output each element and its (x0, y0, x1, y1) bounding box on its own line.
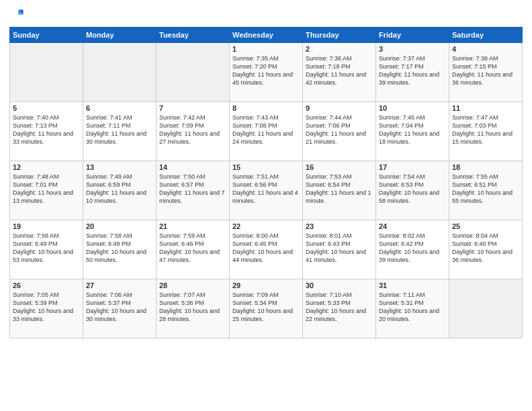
day-number: 3 (379, 45, 446, 53)
day-number: 30 (306, 281, 373, 289)
day-number: 2 (306, 45, 373, 53)
logo (9, 7, 26, 21)
cell-text: Sunrise: 7:54 AMSunset: 6:53 PMDaylight:… (379, 173, 446, 205)
calendar-cell (10, 43, 83, 102)
calendar-week-row: 5Sunrise: 7:40 AMSunset: 7:13 PMDaylight… (10, 102, 523, 161)
day-number: 22 (232, 222, 300, 230)
calendar-cell: 31Sunrise: 7:11 AMSunset: 5:31 PMDayligh… (376, 279, 449, 338)
header (9, 7, 523, 21)
calendar-cell: 6Sunrise: 7:41 AMSunset: 7:11 PMDaylight… (83, 102, 157, 161)
calendar-week-row: 26Sunrise: 7:05 AMSunset: 5:39 PMDayligh… (10, 279, 523, 338)
day-number: 13 (86, 163, 153, 171)
cell-text: Sunrise: 7:55 AMSunset: 6:51 PMDaylight:… (452, 173, 519, 205)
calendar-cell: 12Sunrise: 7:48 AMSunset: 7:01 PMDayligh… (10, 161, 83, 220)
day-number: 16 (306, 163, 373, 171)
day-number: 20 (86, 222, 153, 230)
day-number: 11 (452, 104, 519, 112)
day-header-thursday: Thursday (303, 28, 376, 43)
cell-text: Sunrise: 7:10 AMSunset: 5:33 PMDaylight:… (306, 291, 373, 324)
cell-text: Sunrise: 7:56 AMSunset: 6:49 PMDaylight:… (13, 232, 80, 265)
calendar-cell: 18Sunrise: 7:55 AMSunset: 6:51 PMDayligh… (449, 161, 523, 220)
calendar-cell: 8Sunrise: 7:43 AMSunset: 7:08 PMDaylight… (230, 102, 303, 161)
calendar-cell: 3Sunrise: 7:37 AMSunset: 7:17 PMDaylight… (376, 43, 449, 102)
calendar-cell: 20Sunrise: 7:58 AMSunset: 6:48 PMDayligh… (83, 220, 157, 279)
calendar-week-row: 19Sunrise: 7:56 AMSunset: 6:49 PMDayligh… (10, 220, 523, 279)
calendar-cell: 17Sunrise: 7:54 AMSunset: 6:53 PMDayligh… (376, 161, 449, 220)
calendar-cell: 22Sunrise: 8:00 AMSunset: 6:45 PMDayligh… (230, 220, 303, 279)
cell-text: Sunrise: 7:44 AMSunset: 7:06 PMDaylight:… (306, 113, 373, 146)
calendar-cell: 30Sunrise: 7:10 AMSunset: 5:33 PMDayligh… (303, 279, 376, 338)
calendar-cell: 9Sunrise: 7:44 AMSunset: 7:06 PMDaylight… (303, 102, 376, 161)
cell-text: Sunrise: 8:02 AMSunset: 6:42 PMDaylight:… (379, 232, 446, 265)
calendar-cell (157, 43, 230, 102)
day-number: 4 (452, 45, 519, 53)
day-number: 12 (13, 163, 80, 171)
calendar-cell: 23Sunrise: 8:01 AMSunset: 6:43 PMDayligh… (303, 220, 376, 279)
day-header-tuesday: Tuesday (157, 28, 230, 43)
calendar-cell: 10Sunrise: 7:45 AMSunset: 7:04 PMDayligh… (376, 102, 449, 161)
day-number: 8 (232, 104, 300, 112)
cell-text: Sunrise: 7:45 AMSunset: 7:04 PMDaylight:… (379, 113, 446, 146)
calendar-cell: 21Sunrise: 7:59 AMSunset: 6:46 PMDayligh… (157, 220, 230, 279)
cell-text: Sunrise: 7:06 AMSunset: 5:37 PMDaylight:… (86, 291, 153, 324)
calendar-cell: 1Sunrise: 7:35 AMSunset: 7:20 PMDaylight… (230, 43, 303, 102)
cell-text: Sunrise: 7:11 AMSunset: 5:31 PMDaylight:… (379, 291, 446, 324)
cell-text: Sunrise: 7:53 AMSunset: 6:54 PMDaylight:… (306, 173, 373, 205)
calendar-cell (83, 43, 157, 102)
calendar-cell: 11Sunrise: 7:47 AMSunset: 7:03 PMDayligh… (449, 102, 523, 161)
calendar-cell: 28Sunrise: 7:07 AMSunset: 5:36 PMDayligh… (157, 279, 230, 338)
calendar-week-row: 12Sunrise: 7:48 AMSunset: 7:01 PMDayligh… (10, 161, 523, 220)
calendar-cell: 26Sunrise: 7:05 AMSunset: 5:39 PMDayligh… (10, 279, 83, 338)
day-number: 29 (232, 281, 300, 289)
calendar-cell: 19Sunrise: 7:56 AMSunset: 6:49 PMDayligh… (10, 220, 83, 279)
day-number: 27 (86, 281, 153, 289)
calendar-cell: 29Sunrise: 7:09 AMSunset: 5:34 PMDayligh… (230, 279, 303, 338)
calendar-header-row: SundayMondayTuesdayWednesdayThursdayFrid… (10, 28, 523, 43)
cell-text: Sunrise: 7:37 AMSunset: 7:17 PMDaylight:… (379, 54, 446, 87)
cell-text: Sunrise: 7:41 AMSunset: 7:11 PMDaylight:… (86, 113, 153, 146)
cell-text: Sunrise: 7:51 AMSunset: 6:56 PMDaylight:… (232, 173, 300, 205)
day-header-sunday: Sunday (10, 28, 83, 43)
day-number: 5 (13, 104, 80, 112)
day-number: 24 (379, 222, 446, 230)
cell-text: Sunrise: 7:43 AMSunset: 7:08 PMDaylight:… (232, 113, 300, 146)
calendar-cell: 16Sunrise: 7:53 AMSunset: 6:54 PMDayligh… (303, 161, 376, 220)
calendar-cell: 13Sunrise: 7:49 AMSunset: 6:59 PMDayligh… (83, 161, 157, 220)
calendar-cell: 15Sunrise: 7:51 AMSunset: 6:56 PMDayligh… (230, 161, 303, 220)
day-number: 23 (306, 222, 373, 230)
day-number: 7 (159, 104, 226, 112)
day-number: 1 (232, 45, 300, 53)
cell-text: Sunrise: 7:59 AMSunset: 6:46 PMDaylight:… (159, 232, 226, 265)
cell-text: Sunrise: 7:50 AMSunset: 6:57 PMDaylight:… (159, 173, 226, 205)
cell-text: Sunrise: 7:36 AMSunset: 7:18 PMDaylight:… (306, 54, 373, 87)
calendar-cell (449, 279, 523, 338)
day-header-friday: Friday (376, 28, 449, 43)
day-number: 19 (13, 222, 80, 230)
calendar-cell: 25Sunrise: 8:04 AMSunset: 6:40 PMDayligh… (449, 220, 523, 279)
cell-text: Sunrise: 7:42 AMSunset: 7:09 PMDaylight:… (159, 113, 226, 146)
calendar-cell: 24Sunrise: 8:02 AMSunset: 6:42 PMDayligh… (376, 220, 449, 279)
calendar-cell: 14Sunrise: 7:50 AMSunset: 6:57 PMDayligh… (157, 161, 230, 220)
calendar-table: SundayMondayTuesdayWednesdayThursdayFrid… (9, 27, 523, 338)
cell-text: Sunrise: 7:09 AMSunset: 5:34 PMDaylight:… (232, 291, 300, 324)
day-number: 26 (13, 281, 80, 289)
day-header-saturday: Saturday (449, 28, 523, 43)
cell-text: Sunrise: 7:07 AMSunset: 5:36 PMDaylight:… (159, 291, 226, 324)
logo-icon (9, 7, 24, 21)
calendar-body: 1Sunrise: 7:35 AMSunset: 7:20 PMDaylight… (10, 43, 523, 338)
day-number: 21 (159, 222, 226, 230)
cell-text: Sunrise: 7:48 AMSunset: 7:01 PMDaylight:… (13, 173, 80, 205)
calendar-cell: 5Sunrise: 7:40 AMSunset: 7:13 PMDaylight… (10, 102, 83, 161)
day-number: 15 (232, 163, 300, 171)
day-number: 18 (452, 163, 519, 171)
cell-text: Sunrise: 7:38 AMSunset: 7:15 PMDaylight:… (452, 54, 519, 87)
calendar-cell: 2Sunrise: 7:36 AMSunset: 7:18 PMDaylight… (303, 43, 376, 102)
cell-text: Sunrise: 7:40 AMSunset: 7:13 PMDaylight:… (13, 113, 80, 146)
calendar-week-row: 1Sunrise: 7:35 AMSunset: 7:20 PMDaylight… (10, 43, 523, 102)
cell-text: Sunrise: 7:49 AMSunset: 6:59 PMDaylight:… (86, 173, 153, 205)
calendar-cell: 7Sunrise: 7:42 AMSunset: 7:09 PMDaylight… (157, 102, 230, 161)
day-number: 14 (159, 163, 226, 171)
cell-text: Sunrise: 8:01 AMSunset: 6:43 PMDaylight:… (306, 232, 373, 265)
calendar-cell: 4Sunrise: 7:38 AMSunset: 7:15 PMDaylight… (449, 43, 523, 102)
day-number: 17 (379, 163, 446, 171)
